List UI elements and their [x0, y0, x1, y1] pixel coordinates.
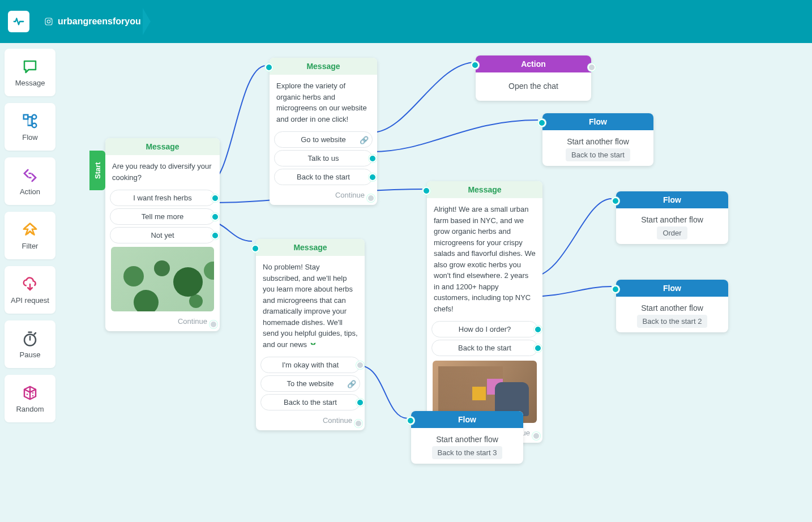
- link-icon: 🔗: [347, 379, 356, 388]
- option-back-start[interactable]: Back to the start: [431, 340, 538, 356]
- node-header: Flow: [411, 411, 523, 428]
- image-greens: [111, 247, 214, 311]
- input-port[interactable]: [471, 61, 479, 69]
- flow-canvas[interactable]: Start Message Are you ready to diversify…: [0, 43, 812, 522]
- sidebar-item-label: Action: [20, 187, 40, 196]
- option-back-start[interactable]: Back to the start: [274, 169, 373, 185]
- output-port[interactable]: [534, 326, 542, 333]
- node-message-start[interactable]: Start Message Are you ready to diversify…: [105, 138, 220, 331]
- option-okay[interactable]: I'm okay with that: [260, 357, 360, 373]
- sidebar-item-api[interactable]: API request: [5, 266, 55, 314]
- option-go-website[interactable]: Go to website🔗: [274, 131, 373, 148]
- node-header: Message: [427, 181, 542, 198]
- output-port[interactable]: [369, 155, 377, 162]
- sidebar-item-message[interactable]: Message: [5, 49, 55, 96]
- input-port[interactable]: [407, 417, 414, 425]
- sidebar-item-label: Flow: [22, 133, 37, 142]
- node-message-alright[interactable]: Message Alright! We are a small urban fa…: [427, 181, 542, 443]
- sidebar-item-label: Pause: [20, 350, 41, 359]
- app-logo[interactable]: [8, 11, 29, 32]
- node-flow-back-start[interactable]: Flow Start another flow Back to the star…: [542, 113, 653, 166]
- flow-pill[interactable]: Order: [657, 226, 687, 239]
- input-port[interactable]: [612, 285, 619, 293]
- node-flow-back-start-2[interactable]: Flow Start another flow Back to the star…: [616, 280, 728, 332]
- flow-body: Start another flow Back to the start 2: [616, 297, 728, 332]
- node-header: Message: [256, 239, 365, 256]
- svg-point-2: [50, 19, 52, 20]
- node-flow-order[interactable]: Flow Start another flow Order: [616, 191, 728, 244]
- node-header: Message: [270, 58, 377, 75]
- top-bar: urbangreensforyou: [0, 0, 812, 43]
- continue-footer: Continue: [256, 413, 365, 430]
- input-port[interactable]: [538, 119, 546, 127]
- sidebar-item-pause[interactable]: Pause: [5, 320, 55, 368]
- option-not-yet[interactable]: Not yet: [110, 227, 215, 243]
- message-icon: [20, 58, 40, 75]
- flow-pill[interactable]: Back to the start 2: [637, 315, 708, 328]
- output-port[interactable]: [532, 432, 540, 440]
- node-text: No problem! Stay subscribed, and we'll h…: [256, 256, 365, 354]
- output-port[interactable]: [210, 320, 217, 328]
- breadcrumb-account[interactable]: urbangreensforyou: [44, 16, 158, 27]
- node-header: Flow: [616, 280, 728, 297]
- node-action-open-chat[interactable]: Action Open the chat: [476, 55, 591, 101]
- node-header: Flow: [616, 191, 728, 208]
- output-port[interactable]: [369, 173, 377, 181]
- flow-body: Start another flow Back to the start 3: [411, 428, 523, 464]
- flow-body: Start another flow Back to the start: [542, 130, 653, 166]
- option-tell-more[interactable]: Tell me more: [110, 208, 215, 225]
- node-message-explore[interactable]: Message Explore the variety of organic h…: [270, 58, 377, 205]
- sidebar-item-flow[interactable]: Flow: [5, 103, 55, 151]
- output-port[interactable]: [211, 213, 219, 221]
- sidebar-item-label: API request: [11, 296, 49, 305]
- option-to-website[interactable]: To the website🔗: [260, 375, 360, 392]
- output-port[interactable]: [367, 194, 375, 202]
- pulse-icon: [12, 15, 25, 28]
- output-port[interactable]: [211, 232, 219, 239]
- node-text: Are you ready to diversify your cooking?: [105, 155, 220, 187]
- node-flow-back-start-3[interactable]: Flow Start another flow Back to the star…: [411, 411, 523, 464]
- input-port[interactable]: [612, 197, 619, 205]
- continue-footer: Continue: [270, 187, 377, 205]
- output-port[interactable]: [588, 63, 596, 71]
- start-tab: Start: [89, 151, 105, 190]
- seedling-icon: [309, 341, 317, 349]
- sidebar-item-action[interactable]: Action: [5, 157, 55, 205]
- output-port[interactable]: [211, 194, 219, 202]
- sidebar-item-filter[interactable]: Filter: [5, 212, 55, 259]
- svg-rect-7: [29, 177, 32, 178]
- node-text: Alright! We are a small urban farm based…: [427, 198, 542, 319]
- output-port[interactable]: [534, 344, 542, 352]
- dice-icon: [20, 384, 40, 401]
- input-port[interactable]: [265, 63, 273, 71]
- node-text: Explore the variety of organic herbs and…: [270, 75, 377, 129]
- sidebar-item-random[interactable]: Random: [5, 375, 55, 422]
- option-talk-to-us[interactable]: Talk to us: [274, 150, 373, 166]
- action-icon: [20, 167, 40, 184]
- stopwatch-icon: [20, 330, 40, 347]
- flow-pill[interactable]: Back to the start 3: [432, 446, 503, 459]
- breadcrumb-arrow-icon: [143, 8, 151, 35]
- sidebar-item-label: Filter: [22, 242, 39, 250]
- svg-rect-6: [29, 173, 32, 174]
- node-message-noproblem[interactable]: Message No problem! Stay subscribed, and…: [256, 239, 365, 430]
- output-port[interactable]: [354, 420, 362, 427]
- option-fresh-herbs[interactable]: I want fresh herbs: [110, 190, 215, 206]
- link-icon: 🔗: [360, 135, 369, 144]
- action-body: Open the chat: [476, 72, 591, 101]
- sidebar-item-label: Message: [15, 79, 45, 87]
- option-back-start[interactable]: Back to the start: [260, 394, 360, 410]
- node-header: Flow: [542, 113, 653, 130]
- output-port[interactable]: [356, 399, 364, 407]
- option-how-order[interactable]: How do I order?: [431, 321, 538, 337]
- sidebar: Message Flow Action Filter API request P…: [5, 49, 57, 422]
- node-header: Message: [105, 138, 220, 155]
- input-port[interactable]: [251, 245, 259, 253]
- flow-body: Start another flow Order: [616, 208, 728, 244]
- output-port[interactable]: [356, 361, 364, 369]
- filter-icon: [20, 221, 40, 238]
- flow-pill[interactable]: Back to the start: [566, 148, 630, 161]
- node-header: Action: [476, 55, 591, 72]
- svg-point-9: [27, 393, 28, 395]
- input-port[interactable]: [422, 187, 430, 195]
